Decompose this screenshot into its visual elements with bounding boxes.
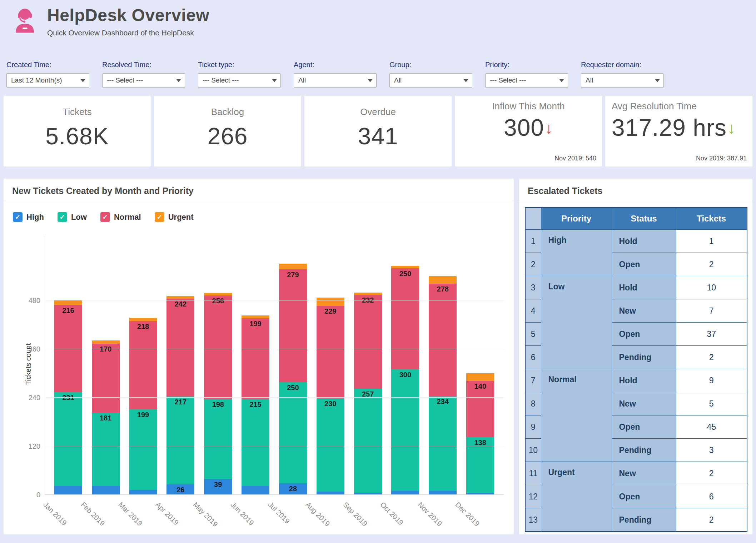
bar-segment-low[interactable]: 217 [166,397,194,484]
column-header-priority[interactable]: Priority [541,208,612,230]
bar-segment-urgent[interactable] [279,264,307,269]
bar-may-2019[interactable]: 39198256May 2019 [204,293,232,495]
bar-segment-low[interactable]: 199 [129,409,157,490]
bar-mar-2019[interactable]: 199218Mar 2019 [129,318,157,495]
chevron-down-icon [368,79,373,82]
bar-segment-normal[interactable]: 140 [466,381,494,438]
escalated-tickets-card: Escalated Tickets PriorityStatusTickets1… [519,179,752,534]
bar-jan-2019[interactable]: 231216Jan 2019 [54,300,82,495]
bar-segment-normal[interactable]: 256 [204,295,232,399]
bar-segment-low[interactable]: 300 [391,369,419,491]
bar-segment-urgent[interactable] [166,296,194,299]
legend-item-urgent[interactable]: ✓Urgent [155,212,194,222]
filter-select-priority[interactable]: --- Select --- [485,73,568,88]
bar-segment-low[interactable]: 257 [354,389,382,493]
bar-segment-normal[interactable]: 170 [92,344,120,413]
filter-select-group[interactable]: All [389,73,472,88]
bar-segment-low[interactable]: 215 [242,399,269,486]
bar-feb-2019[interactable]: 181170Feb 2019 [92,340,120,495]
bar-segment-normal[interactable]: 279 [279,269,307,382]
bar-aug-2019[interactable]: 230229Aug 2019 [317,298,344,495]
select-value: All [586,76,593,84]
kpi-label: Tickets [4,106,151,118]
bar-segment-high[interactable] [92,486,120,495]
y-tick-label: 360 [23,345,40,353]
legend-item-high[interactable]: ✓High [13,212,44,222]
bar-segment-low[interactable]: 230 [317,398,344,492]
bar-segment-normal[interactable]: 199 [242,318,269,399]
divider [519,201,752,201]
kpi-card-backlog: Backlog266 [154,96,301,166]
bar-segment-urgent[interactable] [204,293,232,295]
bar-segment-urgent[interactable] [429,276,457,283]
x-axis-label: Jun 2019 [229,500,255,527]
page-subtitle: Quick Overview Dashboard of the HelpDesk [47,29,209,37]
filter-select-created-time[interactable]: Last 12 Month(s) [6,73,89,88]
bar-segment-high[interactable] [54,486,82,495]
row-number: 9 [525,415,541,439]
bar-segment-normal[interactable]: 242 [166,299,194,397]
row-number: 12 [525,485,541,508]
bar-segment-high[interactable] [242,486,269,495]
column-header-tickets[interactable]: Tickets [676,208,747,230]
bar-segment-urgent[interactable] [391,266,419,268]
legend-item-normal[interactable]: ✓Normal [100,212,141,222]
select-value: --- Select --- [107,76,143,84]
bar-segment-urgent[interactable] [466,373,494,380]
y-tick-label: 0 [23,491,40,499]
bar-segment-high[interactable]: 28 [279,483,307,495]
gridline-480: 480 [45,300,504,300]
bar-segment-urgent[interactable] [129,318,157,321]
bar-dec-2019[interactable]: 138140Dec 2019 [466,373,494,495]
select-value: --- Select --- [203,76,239,84]
row-number: 2 [525,253,541,276]
filter-select-ticket-type[interactable]: --- Select --- [198,73,281,88]
bar-jul-2019[interactable]: 28250279Jul 2019 [279,264,307,495]
chevron-down-icon [176,79,181,82]
bar-segment-low[interactable]: 234 [429,396,457,491]
bar-segment-normal[interactable]: 232 [354,295,382,389]
tickets-cell: 7 [676,299,747,323]
bar-segment-normal[interactable]: 229 [317,306,344,398]
segment-value-label: 140 [466,382,494,390]
kpi-footnote: Nov 2019: 540 [554,155,596,162]
column-header-status[interactable]: Status [612,208,676,230]
kpi-row: Tickets5.68KBacklog266Overdue341Inflow T… [4,96,752,166]
tickets-cell: 9 [676,369,747,392]
bar-segment-normal[interactable]: 218 [129,321,157,409]
bar-segment-urgent[interactable] [92,340,120,344]
bar-segment-urgent[interactable] [54,300,82,305]
bar-segment-high[interactable] [129,490,157,495]
legend-label: High [26,213,44,222]
bar-nov-2019[interactable]: 234278Nov 2019 [429,276,457,495]
segment-value-label: 198 [204,400,232,409]
bar-apr-2019[interactable]: 26217242Apr 2019 [166,296,194,495]
bar-segment-urgent[interactable] [317,298,344,306]
bar-sep-2019[interactable]: 257232Sep 2019 [354,293,382,495]
filter-label: Group: [389,61,472,69]
legend-item-low[interactable]: ✓Low [58,212,87,222]
bar-segment-high[interactable]: 26 [166,484,194,495]
bar-segment-low[interactable]: 198 [204,399,232,479]
legend-checkbox-icon: ✓ [100,212,110,222]
bar-segment-urgent[interactable] [242,315,269,318]
bar-jun-2019[interactable]: 215199Jun 2019 [242,315,269,495]
bar-segment-urgent[interactable] [354,293,382,295]
segment-value-label: 26 [166,486,194,494]
bar-segment-high[interactable]: 39 [204,479,232,495]
tickets-cell: 5 [676,392,747,415]
bar-segment-normal[interactable]: 250 [391,268,419,369]
select-value: --- Select --- [490,76,526,84]
segment-value-label: 217 [166,398,194,406]
escalated-tickets-table: PriorityStatusTickets1HighHold12Open23Lo… [525,207,747,532]
status-cell: Open [612,415,676,439]
filter-select-agent[interactable]: All [294,73,377,88]
priority-cell-urgent: Urgent [541,462,612,532]
filter-select-resolved-time[interactable]: --- Select --- [102,73,185,88]
kpi-card-overdue: Overdue341 [304,96,452,166]
table-row: 7NormalHold9 [525,369,747,392]
bar-segment-low[interactable]: 181 [92,413,120,486]
bar-segment-low[interactable]: 231 [54,392,82,486]
filter-select-requester-domain[interactable]: All [581,73,664,88]
segment-value-label: 199 [129,411,157,419]
